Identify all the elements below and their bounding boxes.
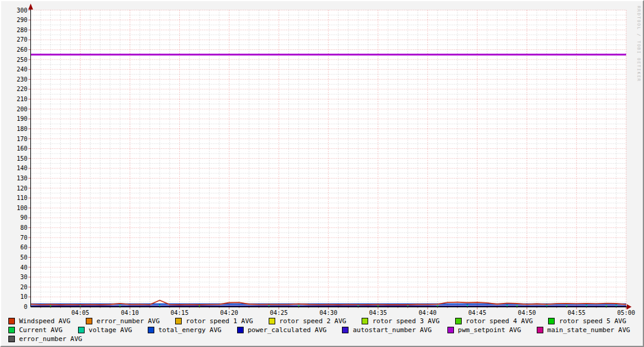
legend-label: autostart_number AVG — [353, 326, 431, 334]
legend-label: voltage AVG — [89, 326, 132, 334]
svg-text:120: 120 — [17, 185, 27, 192]
svg-text:240: 240 — [17, 66, 27, 73]
svg-text:140: 140 — [17, 165, 27, 171]
svg-text:290: 290 — [17, 17, 27, 23]
svg-text:300: 300 — [17, 7, 27, 14]
legend-label: rotor speed 3 AVG — [372, 317, 440, 325]
legend-swatch-icon — [537, 327, 543, 333]
legend-item: error_number AVG — [8, 335, 82, 343]
svg-text:270: 270 — [17, 36, 27, 43]
legend-item: rotor speed 1 AVG — [175, 317, 253, 325]
svg-text:0: 0 — [24, 304, 27, 310]
svg-text:260: 260 — [17, 46, 27, 53]
legend-swatch-icon — [8, 336, 15, 342]
svg-text:04:45: 04:45 — [468, 310, 486, 316]
legend-label: power_calculated AVG — [248, 326, 326, 334]
legend-swatch-icon — [455, 318, 462, 324]
legend-swatch-icon — [237, 327, 244, 333]
chart-legend: Windspeed AVGerror_number AVGrotor speed… — [8, 317, 630, 343]
legend-item: rotor speed 3 AVG — [362, 317, 440, 325]
svg-text:170: 170 — [17, 136, 27, 142]
svg-text:190: 190 — [17, 115, 27, 122]
svg-text:04:20: 04:20 — [220, 310, 238, 316]
legend-item: error_number AVG — [86, 317, 160, 325]
legend-label: error_number AVG — [19, 335, 82, 343]
svg-text:04:50: 04:50 — [518, 310, 536, 316]
legend-row: Windspeed AVGerror_number AVGrotor speed… — [8, 317, 630, 326]
legend-item: main_state_number AVG — [537, 326, 630, 334]
legend-item: rotor speed 2 AVG — [269, 317, 347, 325]
legend-item: voltage AVG — [78, 326, 132, 334]
svg-text:20: 20 — [20, 284, 27, 290]
legend-label: Windspeed AVG — [19, 317, 70, 325]
svg-text:04:10: 04:10 — [121, 310, 139, 316]
legend-swatch-icon — [342, 327, 349, 333]
legend-swatch-icon — [447, 327, 454, 333]
legend-swatch-icon — [175, 318, 182, 324]
legend-item: autostart_number AVG — [342, 326, 431, 334]
legend-row: Current AVGvoltage AVGtotal_energy AVGpo… — [8, 326, 630, 335]
svg-text:04:55: 04:55 — [568, 310, 586, 316]
legend-item: rotor speed 5 AVG — [548, 317, 626, 325]
legend-item: Windspeed AVG — [8, 317, 70, 325]
legend-swatch-icon — [86, 318, 92, 324]
legend-item: rotor speed 4 AVG — [455, 317, 533, 325]
svg-text:04:40: 04:40 — [419, 310, 437, 316]
legend-label: rotor speed 2 AVG — [279, 317, 347, 325]
legend-label: pwm_setpoint AVG — [458, 326, 521, 334]
legend-item: pwm_setpoint AVG — [447, 326, 521, 334]
legend-label: Current AVG — [19, 326, 63, 334]
svg-text:180: 180 — [17, 126, 27, 132]
rrdtool-graph: 0102030405060708090100110120130140150160… — [0, 0, 644, 347]
svg-text:04:30: 04:30 — [319, 310, 337, 316]
svg-text:50: 50 — [20, 254, 27, 261]
svg-text:40: 40 — [20, 264, 27, 271]
svg-text:160: 160 — [17, 145, 27, 152]
svg-text:70: 70 — [20, 235, 27, 241]
legend-item: power_calculated AVG — [237, 326, 326, 334]
legend-swatch-icon — [8, 327, 15, 333]
svg-text:230: 230 — [17, 76, 27, 83]
svg-text:100: 100 — [17, 205, 27, 211]
legend-swatch-icon — [8, 318, 15, 324]
legend-label: rotor speed 5 AVG — [559, 317, 626, 325]
svg-text:04:35: 04:35 — [369, 310, 387, 316]
svg-text:04:15: 04:15 — [170, 310, 188, 316]
legend-swatch-icon — [269, 318, 275, 324]
svg-text:30: 30 — [20, 274, 27, 280]
svg-text:80: 80 — [20, 224, 27, 231]
svg-text:220: 220 — [17, 86, 27, 92]
svg-text:150: 150 — [17, 155, 27, 162]
legend-label: rotor speed 1 AVG — [186, 317, 253, 325]
legend-item: Current AVG — [8, 326, 63, 334]
legend-item: total_energy AVG — [148, 326, 222, 334]
svg-text:10: 10 — [20, 293, 27, 300]
svg-text:130: 130 — [17, 175, 27, 182]
chart-plot-area: 0102030405060708090100110120130140150160… — [1, 1, 644, 316]
legend-label: main_state_number AVG — [547, 326, 630, 334]
legend-label: error_number AVG — [97, 317, 160, 325]
legend-label: total_energy AVG — [158, 326, 222, 334]
svg-text:110: 110 — [17, 195, 27, 201]
svg-text:04:05: 04:05 — [71, 310, 89, 316]
svg-text:90: 90 — [20, 214, 27, 221]
svg-text:05:00: 05:00 — [617, 310, 635, 316]
svg-text:200: 200 — [17, 106, 27, 112]
legend-swatch-icon — [78, 327, 85, 333]
legend-label: rotor speed 4 AVG — [466, 317, 533, 325]
svg-text:250: 250 — [17, 57, 27, 63]
legend-swatch-icon — [362, 318, 368, 324]
svg-text:60: 60 — [20, 244, 27, 251]
rrdtool-watermark: RRDTOOL / TOBI OETIKER — [636, 6, 641, 82]
svg-text:210: 210 — [17, 96, 27, 102]
legend-row: error_number AVG — [8, 335, 630, 343]
svg-text:04:25: 04:25 — [270, 310, 288, 316]
svg-text:280: 280 — [17, 27, 27, 33]
legend-swatch-icon — [148, 327, 154, 333]
legend-swatch-icon — [548, 318, 555, 324]
